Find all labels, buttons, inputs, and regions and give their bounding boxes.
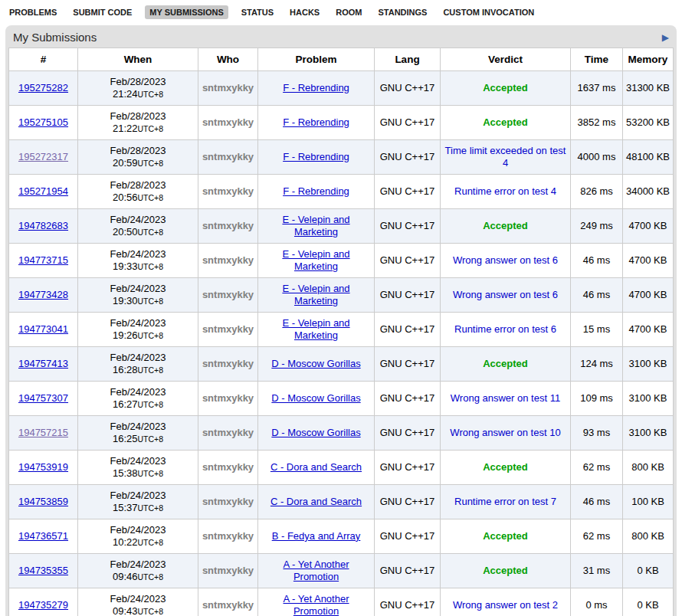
problem-link[interactable]: D - Moscow Gorillas bbox=[271, 392, 360, 404]
submission-id-link[interactable]: 194757215 bbox=[18, 427, 68, 438]
problem-link[interactable]: B - Fedya and Array bbox=[272, 530, 361, 542]
nav-item-custom-invocation[interactable]: CUSTOM INVOCATION bbox=[440, 5, 537, 19]
submission-id-link[interactable]: 194773715 bbox=[18, 254, 68, 266]
cell-id: 194735355 bbox=[9, 554, 78, 588]
cell-lang: GNU C++17 bbox=[375, 382, 441, 416]
problem-link[interactable]: F - Rebrending bbox=[283, 185, 349, 197]
submission-id-link[interactable]: 195272317 bbox=[18, 151, 68, 162]
submission-row: 194753859Feb/24/202315:37UTC+8sntmxykkyC… bbox=[9, 485, 674, 519]
cell-who: sntmxykky bbox=[198, 140, 258, 175]
problem-link[interactable]: F - Rebrending bbox=[283, 116, 349, 128]
user-link[interactable]: sntmxykky bbox=[202, 323, 254, 335]
problem-link[interactable]: A - Yet Another Promotion bbox=[283, 593, 349, 616]
verdict-label: Accepted bbox=[483, 565, 528, 576]
cell-lang: GNU C++17 bbox=[375, 451, 441, 485]
submission-id-link[interactable]: 195271954 bbox=[18, 185, 68, 197]
nav-item-standings[interactable]: STANDINGS bbox=[375, 5, 430, 19]
time-value: 21:24 bbox=[113, 88, 138, 100]
submission-date: Feb/24/2023 bbox=[80, 455, 195, 468]
column-header-id: # bbox=[9, 48, 78, 71]
cell-memory: 100 KB bbox=[623, 485, 674, 519]
submission-id-link[interactable]: 194757307 bbox=[18, 392, 68, 404]
cell-time: 109 ms bbox=[571, 382, 623, 416]
user-link[interactable]: sntmxykky bbox=[202, 185, 254, 197]
timezone-label: UTC+8 bbox=[137, 538, 163, 547]
nav-item-problems[interactable]: PROBLEMS bbox=[6, 5, 60, 19]
user-link[interactable]: sntmxykky bbox=[202, 289, 254, 300]
verdict-label: Wrong answer on test 10 bbox=[450, 427, 560, 438]
user-link[interactable]: sntmxykky bbox=[202, 82, 254, 93]
cell-when: Feb/24/202319:26UTC+8 bbox=[78, 313, 198, 347]
submission-id-link[interactable]: 194753919 bbox=[18, 461, 68, 473]
user-link[interactable]: sntmxykky bbox=[202, 427, 254, 438]
cell-when: Feb/24/202316:27UTC+8 bbox=[78, 382, 198, 416]
problem-link[interactable]: E - Velepin and Marketing bbox=[282, 214, 349, 238]
nav-item-room[interactable]: ROOM bbox=[333, 5, 365, 19]
expand-arrow-icon[interactable]: ▶ bbox=[662, 33, 671, 42]
submission-time: 19:30UTC+8 bbox=[80, 295, 195, 308]
timezone-label: UTC+8 bbox=[137, 159, 163, 168]
user-link[interactable]: sntmxykky bbox=[202, 254, 254, 266]
user-link[interactable]: sntmxykky bbox=[202, 116, 254, 128]
problem-link[interactable]: F - Rebrending bbox=[283, 82, 349, 93]
user-link[interactable]: sntmxykky bbox=[202, 565, 254, 576]
cell-who: sntmxykky bbox=[198, 71, 258, 106]
problem-link[interactable]: D - Moscow Gorillas bbox=[271, 427, 360, 438]
submission-row: 194773428Feb/24/202319:30UTC+8sntmxykkyE… bbox=[9, 278, 674, 313]
submission-time: 19:26UTC+8 bbox=[80, 329, 195, 342]
timezone-label: UTC+8 bbox=[137, 124, 163, 133]
problem-link[interactable]: C - Dora and Search bbox=[271, 461, 362, 473]
user-link[interactable]: sntmxykky bbox=[202, 461, 254, 473]
user-link[interactable]: sntmxykky bbox=[202, 530, 254, 542]
submission-id-link[interactable]: 194782683 bbox=[18, 220, 68, 231]
cell-problem: D - Moscow Gorillas bbox=[258, 416, 375, 451]
cell-time: 46 ms bbox=[571, 244, 623, 278]
problem-link[interactable]: C - Dora and Search bbox=[271, 496, 362, 507]
time-value: 16:27 bbox=[113, 398, 138, 410]
cell-lang: GNU C++17 bbox=[375, 278, 441, 313]
submission-row: 194757413Feb/24/202316:28UTC+8sntmxykkyD… bbox=[9, 347, 674, 382]
timezone-label: UTC+8 bbox=[137, 503, 163, 513]
user-link[interactable]: sntmxykky bbox=[202, 392, 254, 404]
cell-memory: 53200 KB bbox=[623, 106, 674, 140]
user-link[interactable]: sntmxykky bbox=[202, 220, 254, 231]
submission-id-link[interactable]: 194773428 bbox=[18, 289, 68, 300]
cell-id: 194757215 bbox=[9, 416, 78, 451]
problem-link[interactable]: D - Moscow Gorillas bbox=[271, 358, 360, 369]
submission-id-link[interactable]: 194757413 bbox=[18, 358, 68, 369]
cell-when: Feb/24/202316:25UTC+8 bbox=[78, 416, 198, 451]
nav-item-hacks[interactable]: HACKS bbox=[287, 5, 323, 19]
problem-link[interactable]: E - Velepin and Marketing bbox=[282, 283, 349, 307]
problem-link[interactable]: E - Velepin and Marketing bbox=[282, 317, 349, 342]
submission-id-link[interactable]: 194773041 bbox=[18, 323, 68, 335]
submission-id-link[interactable]: 194753859 bbox=[18, 496, 68, 507]
nav-item-my-submissions[interactable]: MY SUBMISSIONS bbox=[145, 5, 228, 19]
cell-time: 0 ms bbox=[571, 588, 623, 616]
cell-lang: GNU C++17 bbox=[375, 106, 441, 140]
submission-id-link[interactable]: 194736571 bbox=[18, 530, 68, 542]
timezone-label: UTC+8 bbox=[137, 607, 163, 616]
nav-item-submit-code[interactable]: SUBMIT CODE bbox=[70, 5, 135, 19]
user-link[interactable]: sntmxykky bbox=[202, 151, 254, 162]
nav-item-status[interactable]: STATUS bbox=[238, 5, 277, 19]
problem-link[interactable]: F - Rebrending bbox=[283, 151, 349, 162]
user-link[interactable]: sntmxykky bbox=[202, 599, 254, 611]
cell-time: 93 ms bbox=[571, 416, 623, 451]
cell-verdict: Wrong answer on test 2 bbox=[441, 588, 571, 616]
user-link[interactable]: sntmxykky bbox=[202, 496, 254, 507]
cell-when: Feb/28/202321:22UTC+8 bbox=[78, 106, 198, 140]
cell-time: 3852 ms bbox=[571, 106, 623, 140]
time-value: 09:43 bbox=[113, 605, 138, 616]
column-header-lang: Lang bbox=[375, 48, 441, 71]
problem-link[interactable]: E - Velepin and Marketing bbox=[282, 248, 349, 273]
time-value: 09:46 bbox=[113, 571, 138, 582]
submission-row: 194736571Feb/24/202310:22UTC+8sntmxykkyB… bbox=[9, 519, 674, 554]
user-link[interactable]: sntmxykky bbox=[202, 358, 254, 369]
submission-id-link[interactable]: 194735355 bbox=[18, 565, 68, 576]
verdict-label: Accepted bbox=[483, 220, 528, 231]
submission-id-link[interactable]: 195275105 bbox=[18, 116, 68, 128]
time-value: 19:26 bbox=[113, 329, 138, 341]
submission-id-link[interactable]: 195275282 bbox=[18, 82, 68, 93]
submission-id-link[interactable]: 194735279 bbox=[18, 599, 68, 611]
problem-link[interactable]: A - Yet Another Promotion bbox=[283, 559, 349, 583]
